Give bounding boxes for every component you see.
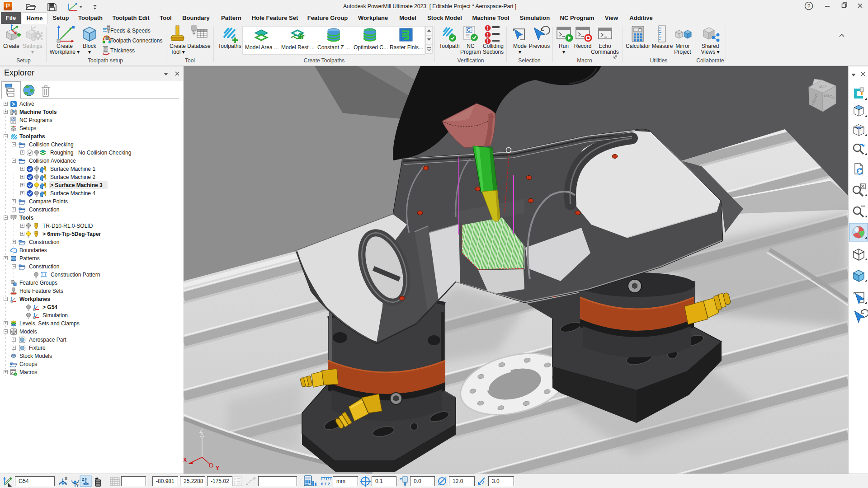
svg-text:TOP: TOP: [819, 84, 827, 88]
svg-text:Y: Y: [216, 465, 219, 471]
svg-text:G: G: [12, 118, 14, 121]
svg-text:?: ?: [807, 3, 811, 9]
svg-text:P: P: [6, 2, 10, 9]
svg-text:!: !: [487, 33, 488, 38]
svg-text:!: !: [487, 26, 488, 31]
svg-text:0 1 2: 0 1 2: [321, 482, 330, 486]
svg-text:Z: Z: [199, 428, 203, 434]
svg-text:X: X: [184, 457, 187, 463]
svg-text:G: G: [467, 28, 471, 33]
